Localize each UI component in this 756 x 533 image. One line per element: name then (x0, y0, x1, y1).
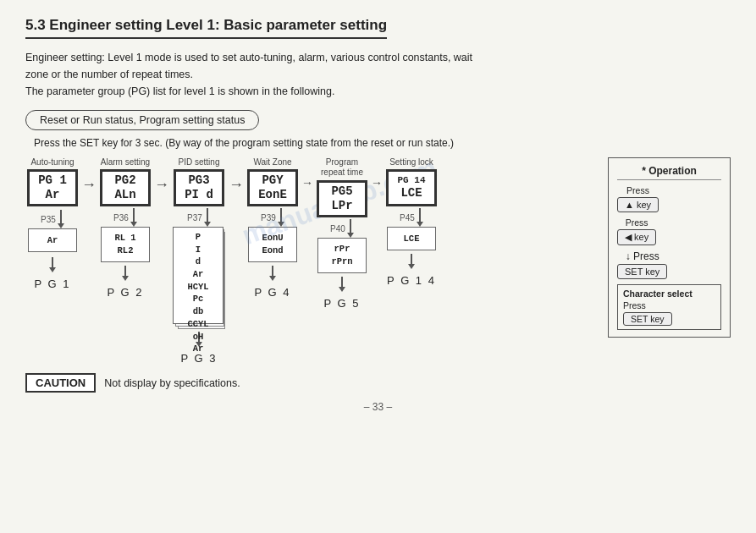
arrow4: → (301, 157, 313, 190)
pg2-sub-box: RL 1 RL2 (101, 227, 150, 262)
pg3-column: PID setting PG3 PI d P37 (173, 157, 225, 365)
pg2-top-label: Alarm setting (101, 157, 150, 167)
pg14-bottom-label: P G 1 4 (387, 274, 436, 287)
press-set-text: Press the SET key for 3 sec. (By way of … (34, 137, 731, 149)
caution-row: CAUTION Not display by specifications. (25, 373, 731, 393)
pg14-column: Setting lock PG 14 LCE P45 LCE (386, 157, 437, 287)
pg5-column: Programrepeat time PG5 LPr P40 rPr rPrn (317, 157, 367, 310)
pg2-bottom-label: P G 2 (107, 286, 143, 299)
diagram-area: Auto-tuning PG 1 Ar P35 Ar (25, 157, 731, 365)
pg14-top-label: Setting lock (389, 157, 433, 167)
pg5-sub-box: rPr rPrn (317, 238, 367, 273)
operation-panel: * Operation Press ▲ key Press ◀ key ↓ Pr… (608, 157, 731, 338)
arrow5: → (371, 157, 383, 190)
pg1-bottom-label: P G 1 (34, 277, 70, 290)
arrow1: → (81, 157, 97, 194)
op-left-row: Press ◀ key (617, 217, 721, 245)
pg4-bottom-label: P G 4 (254, 286, 290, 299)
caution-badge: CAUTION (25, 373, 96, 393)
pg4-column: Wait Zone PGY EonE P39 EonU Eond (247, 157, 298, 299)
flow-section: Auto-tuning PG 1 Ar P35 Ar (25, 157, 599, 365)
arrow2: → (154, 157, 169, 194)
pg1-sub-box: Ar (28, 228, 77, 252)
pg5-bottom-label: P G 5 (323, 297, 360, 310)
pg1-column: Auto-tuning PG 1 Ar P35 Ar (27, 157, 78, 290)
caution-text: Not display by specifications. (104, 377, 240, 389)
op-up-row: Press ▲ key (617, 185, 721, 212)
pg14-box: PG 14 LCE (386, 169, 437, 206)
char-select-title: Character select (623, 288, 715, 299)
intro-text: Engineer setting: Level 1 mode is used t… (25, 49, 731, 100)
pg4-box: PGY EonE (247, 169, 298, 206)
pg3-top-label: PID setting (179, 157, 220, 167)
op-set-row: ↓ Press SET key (617, 250, 721, 279)
page-number: – 33 – (25, 401, 731, 413)
pg3-stacked: P I d Ar HCYL Pc db CCYL oH Ar (173, 227, 225, 328)
pg1-top-label: Auto-tuning (30, 157, 74, 167)
operation-title: * Operation (617, 165, 721, 180)
char-select-box: Character select Press SET key (617, 284, 721, 330)
pg14-sub-box: LCE (387, 227, 436, 250)
pg4-top-label: Wait Zone (253, 157, 291, 167)
arrow3: → (229, 157, 244, 194)
reset-box: Reset or Run status, Program setting sta… (25, 110, 259, 130)
pg3-box: PG3 PI d (174, 169, 224, 206)
pg1-arrow-down: P35 (41, 208, 64, 228)
page-title: 5.3 Engineer setting Level 1: Basic para… (25, 17, 387, 39)
pg1-arrow-down2 (49, 254, 56, 272)
pg2-box: PG2 ALn (100, 169, 151, 206)
pg5-top-label: Programrepeat time (321, 157, 363, 178)
pg1-box: PG 1 Ar (27, 169, 78, 206)
pg5-box: PG5 LPr (317, 180, 367, 217)
pg4-sub-box: EonU Eond (248, 227, 297, 262)
pg2-column: Alarm setting PG2 ALn P36 RL 1 RL2 (100, 157, 151, 299)
